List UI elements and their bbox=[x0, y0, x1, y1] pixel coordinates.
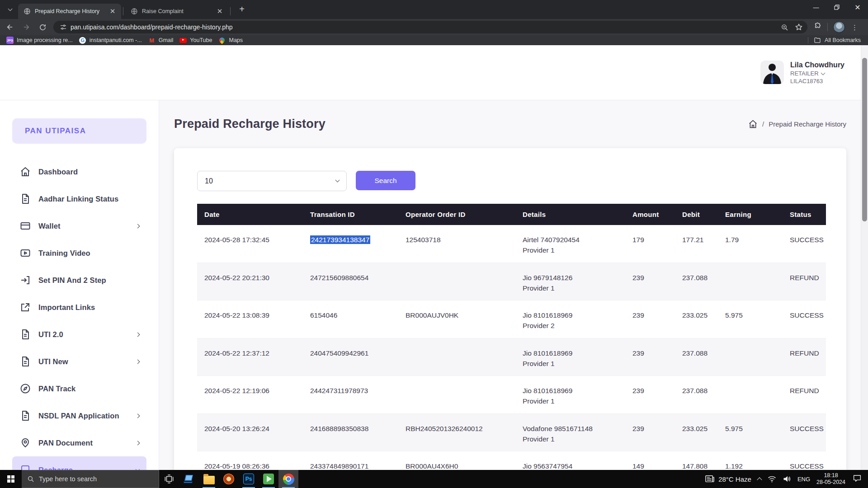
scrollbar-thumb[interactable] bbox=[862, 58, 867, 221]
sidebar-item-important-links[interactable]: Important Links bbox=[12, 294, 146, 321]
extensions-button[interactable] bbox=[814, 22, 822, 32]
sidebar-item-pan-track[interactable]: PAN Track bbox=[12, 375, 146, 402]
recharge-icon bbox=[19, 464, 31, 470]
cell-details-line2: Provider 1 bbox=[523, 434, 623, 444]
table-row: 2024-05-22 12:37:12 240475409942961 Jio … bbox=[197, 338, 826, 376]
browser-menu-button[interactable]: ⋮ bbox=[851, 26, 858, 28]
url-bar[interactable]: pan.utipaisa.com/dashboard/prepaid-recha… bbox=[53, 21, 807, 33]
sidebar-item-nsdl-pan-application[interactable]: NSDL PAN Application bbox=[12, 402, 146, 429]
task-view-icon bbox=[164, 474, 174, 484]
restore-button[interactable] bbox=[826, 0, 847, 14]
taskbar-app-chrome[interactable] bbox=[278, 470, 298, 488]
user-info: Lila Chowdhury RETAILER LILAC18763 bbox=[790, 61, 844, 85]
compass-app-icon bbox=[223, 474, 234, 484]
cell-transaction-id: 244247311978973 bbox=[303, 376, 398, 413]
browser-profile-avatar[interactable] bbox=[833, 21, 845, 33]
tab-raise-complaint[interactable]: Raise Complaint ✕ bbox=[125, 4, 228, 19]
green-play-icon bbox=[263, 474, 274, 484]
tab-close-icon[interactable]: ✕ bbox=[216, 7, 224, 15]
new-tab-button[interactable]: + bbox=[236, 4, 248, 15]
cell-details-line1: Airtel 7407920454 bbox=[523, 235, 623, 245]
document-icon bbox=[19, 328, 31, 340]
sidebar-item-wallet[interactable]: Wallet bbox=[12, 212, 146, 239]
chevron-right-icon bbox=[136, 359, 140, 364]
puzzle-icon bbox=[814, 22, 822, 30]
chrome-icon bbox=[283, 474, 294, 485]
sidebar-item-recharge[interactable]: Recharge bbox=[12, 456, 146, 470]
google-icon: G bbox=[79, 37, 86, 44]
page-scrollbar[interactable] bbox=[861, 45, 868, 470]
bookmark-star-button[interactable] bbox=[795, 23, 803, 31]
chevron-right-icon bbox=[136, 332, 140, 337]
chevron-right-icon bbox=[136, 441, 140, 445]
reload-button[interactable] bbox=[36, 21, 49, 33]
taskbar-app-file-explorer[interactable] bbox=[199, 470, 219, 488]
tab-close-icon[interactable]: ✕ bbox=[108, 7, 117, 15]
close-button[interactable]: ✕ bbox=[847, 0, 868, 14]
folder-icon bbox=[814, 37, 821, 44]
task-view-button[interactable] bbox=[159, 470, 179, 488]
table-row: 2024-05-28 17:32:45 242173934138347 1254… bbox=[197, 225, 826, 263]
browser-tabstrip: Prepaid Recharge History ✕ Raise Complai… bbox=[0, 0, 868, 19]
sidebar-item-dashboard[interactable]: Dashboard bbox=[12, 158, 146, 185]
forward-button[interactable] bbox=[20, 21, 33, 33]
language-indicator[interactable]: ENG bbox=[797, 476, 810, 483]
minimize-button[interactable]: — bbox=[806, 0, 826, 14]
search-button[interactable]: Search bbox=[356, 171, 415, 190]
search-icon bbox=[27, 475, 34, 483]
notification-center-button[interactable] bbox=[853, 474, 862, 484]
bookmark-item[interactable]: M Gmail bbox=[148, 37, 174, 44]
tab-prepaid-recharge-history[interactable]: Prepaid Recharge History ✕ bbox=[18, 4, 121, 19]
taskbar-app-laptop[interactable] bbox=[179, 470, 199, 488]
sidebar-item-aadhar-linking-status[interactable]: Aadhar Linking Status bbox=[12, 185, 146, 212]
column-header-debit: Debit bbox=[675, 211, 718, 218]
url-text[interactable]: pan.utipaisa.com/dashboard/prepaid-recha… bbox=[71, 23, 774, 31]
cell-details-line2: Provider 2 bbox=[523, 320, 623, 331]
cell-transaction-id-selected[interactable]: 242173934138347 bbox=[310, 235, 370, 244]
tab-search-icon[interactable] bbox=[4, 3, 16, 16]
cell-details-line1: Jio 8101618969 bbox=[523, 385, 623, 396]
tab-divider bbox=[230, 7, 231, 15]
sidebar-item-uti-new[interactable]: UTI New bbox=[12, 348, 146, 375]
taskbar-search[interactable]: Type here to search bbox=[22, 470, 159, 488]
main-content: Prepaid Recharge History / Prepaid Recha… bbox=[160, 101, 861, 470]
taskbar-app-photoshop[interactable]: Ps bbox=[239, 470, 259, 488]
zoom-button[interactable] bbox=[781, 23, 788, 31]
sidebar-item-training-video[interactable]: Training Video bbox=[12, 239, 146, 267]
column-header-earning: Earning bbox=[718, 211, 783, 218]
bookmark-item[interactable]: JPG Image processing re... bbox=[6, 37, 73, 44]
chevron-down-icon bbox=[335, 178, 340, 183]
taskbar-app-media-player[interactable] bbox=[259, 470, 278, 488]
cell-operator-order-id bbox=[398, 338, 515, 376]
taskbar-search-placeholder: Type here to search bbox=[39, 475, 97, 483]
window-controls: — ✕ bbox=[806, 0, 868, 14]
brand-logo[interactable]: PAN UTIPAISA bbox=[12, 118, 146, 144]
taskbar-app-emulator[interactable] bbox=[219, 470, 239, 488]
volume-button[interactable] bbox=[783, 475, 791, 483]
tab-title: Prepaid Recharge History bbox=[35, 8, 105, 14]
bookmark-item[interactable]: Maps bbox=[218, 37, 243, 44]
system-tray: 28°C Haze ENG 18:18 28-05-2024 bbox=[705, 472, 868, 486]
taskbar-clock[interactable]: 18:18 28-05-2024 bbox=[816, 472, 845, 486]
wifi-button[interactable] bbox=[768, 475, 776, 483]
sidebar-item-uti-20[interactable]: UTI 2.0 bbox=[12, 321, 146, 348]
home-icon[interactable] bbox=[748, 119, 758, 129]
map-pin-icon bbox=[19, 437, 31, 449]
sidebar-item-set-pin[interactable]: Set PIN And 2 Step bbox=[12, 267, 146, 294]
cell-operator-order-id: 125403718 bbox=[398, 225, 515, 263]
bookmark-item[interactable]: G instantpanuti.com -... bbox=[79, 37, 142, 44]
back-button[interactable] bbox=[4, 21, 16, 33]
user-menu[interactable]: Lila Chowdhury RETAILER LILAC18763 bbox=[760, 61, 844, 85]
site-settings-icon[interactable] bbox=[60, 23, 67, 31]
news-weather-button[interactable]: 28°C Haze bbox=[705, 474, 751, 483]
breadcrumb-separator: / bbox=[762, 120, 764, 128]
page-size-select[interactable]: 10 bbox=[197, 171, 347, 191]
hidden-icons-button[interactable] bbox=[758, 476, 761, 482]
start-button[interactable] bbox=[0, 470, 22, 488]
bookmark-item[interactable]: YouTube bbox=[179, 37, 212, 44]
sidebar-item-pan-document[interactable]: PAN Document bbox=[12, 429, 146, 456]
cell-transaction-id: 6154046 bbox=[303, 300, 398, 338]
all-bookmarks-button[interactable]: All Bookmarks bbox=[808, 37, 861, 44]
cell-operator-order-id: BR000AU4X6H0 bbox=[398, 451, 515, 470]
cell-status: SUCCESS bbox=[783, 225, 826, 263]
